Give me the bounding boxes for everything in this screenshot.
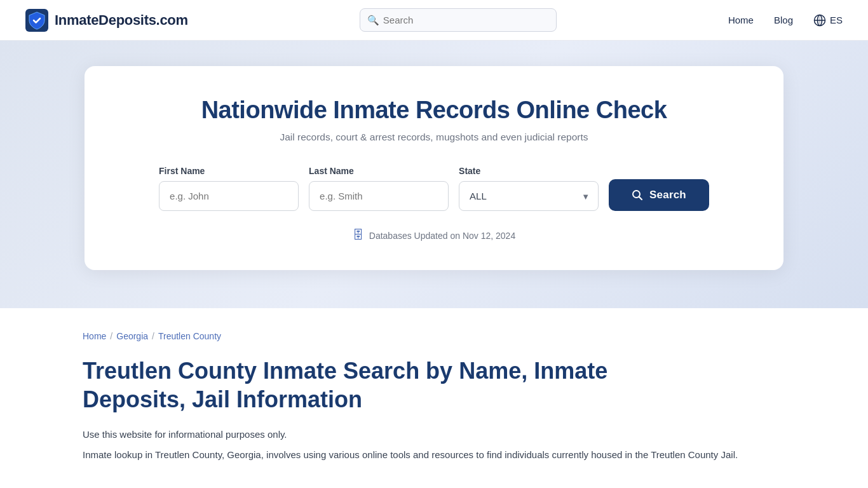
nav-home-link[interactable]: Home [728, 15, 754, 25]
language-switcher[interactable]: ES [813, 14, 843, 27]
state-group: State ALL Alabama Alaska Arizona Arkansa… [459, 166, 599, 211]
first-name-input[interactable] [159, 181, 299, 211]
breadcrumb-home[interactable]: Home [83, 331, 106, 341]
navbar: InmateDeposits.com 🔍 Home Blog ES [0, 0, 868, 41]
breadcrumb-sep-1: / [110, 331, 112, 341]
shield-icon [25, 9, 48, 32]
svg-line-6 [639, 197, 642, 200]
card-title: Nationwide Inmate Records Online Check [123, 97, 745, 124]
navbar-links: Home Blog ES [728, 14, 843, 27]
search-icon [632, 189, 643, 201]
db-update-text: Databases Updated on Nov 12, 2024 [369, 231, 515, 241]
search-button[interactable]: Search [609, 179, 709, 211]
first-name-label: First Name [159, 166, 205, 176]
disclaimer-text: Use this website for informational purpo… [83, 429, 785, 440]
last-name-label: Last Name [309, 166, 354, 176]
globe-icon [813, 14, 826, 27]
state-select[interactable]: ALL Alabama Alaska Arizona Arkansas Cali… [459, 181, 599, 211]
last-name-input[interactable] [309, 181, 449, 211]
state-select-wrapper: ALL Alabama Alaska Arizona Arkansas Cali… [459, 181, 599, 211]
nav-blog-link[interactable]: Blog [774, 15, 793, 25]
navbar-logo-group: InmateDeposits.com [25, 9, 188, 32]
page-title: Treutlen County Inmate Search by Name, I… [83, 356, 654, 414]
search-card: Nationwide Inmate Records Online Check J… [85, 66, 783, 270]
card-subtitle: Jail records, court & arrest records, mu… [123, 132, 745, 143]
navbar-search-container: 🔍 [360, 8, 557, 32]
navbar-search-input[interactable] [360, 8, 557, 32]
main-content: Home / Georgia / Treutlen County Treutle… [0, 308, 868, 488]
hero-section: Nationwide Inmate Records Online Check J… [0, 41, 868, 308]
last-name-group: Last Name [309, 166, 449, 211]
site-name: InmateDeposits.com [55, 12, 188, 29]
breadcrumb: Home / Georgia / Treutlen County [83, 331, 785, 341]
first-name-group: First Name [159, 166, 299, 211]
search-form-row: First Name Last Name State ALL Alabama A… [123, 166, 745, 211]
navbar-search-icon: 🔍 [367, 15, 379, 26]
lang-label: ES [830, 15, 843, 25]
description-text: Inmate lookup in Treutlen County, Georgi… [83, 447, 785, 463]
breadcrumb-sep-2: / [152, 331, 154, 341]
db-update-row: 🗄 Databases Updated on Nov 12, 2024 [123, 229, 745, 242]
breadcrumb-county[interactable]: Treutlen County [158, 331, 221, 341]
search-button-label: Search [649, 189, 686, 201]
breadcrumb-state[interactable]: Georgia [116, 331, 148, 341]
state-label: State [459, 166, 480, 176]
database-icon: 🗄 [353, 229, 364, 242]
